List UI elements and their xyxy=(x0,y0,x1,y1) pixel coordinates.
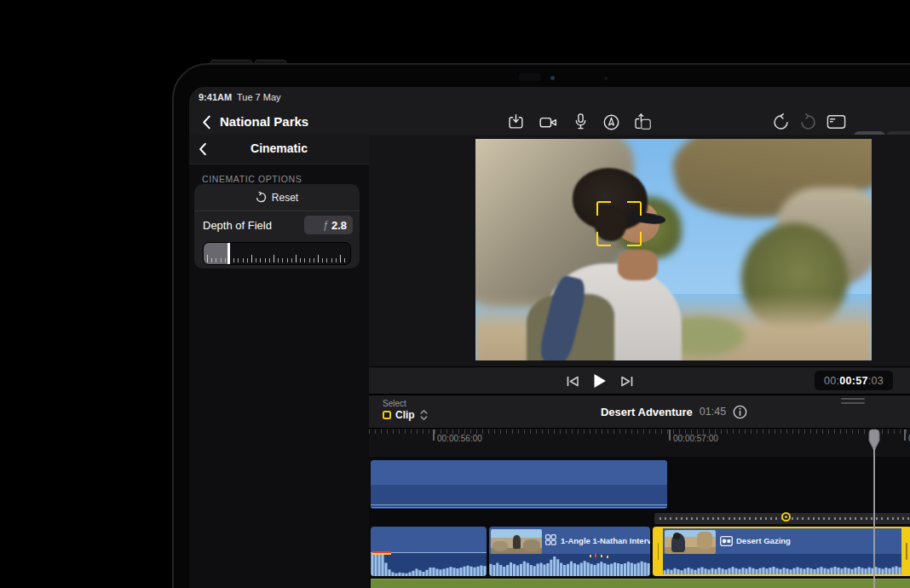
back-button[interactable] xyxy=(199,113,213,130)
project-title: Desert Adventure xyxy=(601,406,693,418)
record-icon xyxy=(539,113,558,131)
ruler-label: 00:00:57:00 xyxy=(673,434,718,443)
inspector-header: Cinematic xyxy=(189,135,369,164)
timecode-main: 00:57 xyxy=(839,375,867,387)
screenshot-stage: { "status": { "time": "9:41AM", "date": … xyxy=(0,0,910,588)
sensor-dot-icon xyxy=(604,77,608,80)
trim-handle-left[interactable] xyxy=(658,543,659,560)
cinematic-options-card: Reset Depth of Field ƒ 2.8 xyxy=(194,184,360,268)
timeline-header: Select Clip Desert Adventure 01:45 xyxy=(369,395,910,428)
peak-indicator-yellow xyxy=(372,553,391,555)
record-button[interactable] xyxy=(539,113,558,131)
project-info: Desert Adventure 01:45 xyxy=(546,395,802,428)
timecode-hours: 00: xyxy=(824,375,839,387)
multicam-grid-icon xyxy=(545,534,556,545)
aperture-value-field[interactable]: ƒ 2.8 xyxy=(304,216,353,234)
share-button[interactable] xyxy=(634,112,652,131)
pencil-tool-button[interactable] xyxy=(602,113,620,131)
previous-frame-icon xyxy=(567,376,579,387)
clip-selector-dropdown[interactable]: Clip xyxy=(383,409,429,421)
info-button[interactable] xyxy=(733,405,747,419)
previous-frame-button[interactable] xyxy=(565,374,580,388)
redo-icon xyxy=(799,113,817,131)
pencil-tool-icon xyxy=(602,113,620,131)
front-camera-icon xyxy=(550,76,555,80)
project-duration: 01:45 xyxy=(700,406,726,418)
aperture-prefix: ƒ xyxy=(323,219,329,231)
keyframe-bar[interactable] xyxy=(654,513,910,524)
timecode-display[interactable]: 00:00:57:03 xyxy=(815,371,893,390)
clip-selector-label: Clip xyxy=(395,409,415,421)
clip-thumbnail xyxy=(491,529,542,554)
viewer-area xyxy=(369,135,910,366)
share-icon xyxy=(634,112,652,131)
multicam-clip[interactable]: 1-Angle 1-Nathan Interview xyxy=(489,527,650,576)
ipad-screen: 9:41AM Tue 7 May National Parks xyxy=(189,87,910,588)
status-date: Tue 7 May xyxy=(237,92,281,102)
timeline-ruler[interactable]: 00:00:56:00 00:00:57:00 0 xyxy=(369,428,910,458)
import-button[interactable] xyxy=(507,113,525,131)
timeline-tracks: 1-Angle 1-Nathan Interview Desert Gazing xyxy=(369,457,910,588)
audio-clip[interactable] xyxy=(371,527,487,576)
playback-bar: 00:00:57:03 xyxy=(369,366,910,395)
face-tracking-brackets xyxy=(596,201,642,246)
undo-button[interactable] xyxy=(772,113,790,131)
selected-clip[interactable]: Desert Gazing xyxy=(653,527,910,576)
redo-button[interactable] xyxy=(799,113,817,131)
aperture-value: 2.8 xyxy=(331,219,347,232)
chevron-left-icon xyxy=(202,115,211,130)
clip-thumbnail xyxy=(665,530,716,554)
reset-icon xyxy=(256,192,267,203)
cinematic-mode-icon xyxy=(720,536,733,546)
status-time: 9:41AM xyxy=(199,92,232,102)
depth-of-field-label: Depth of Field xyxy=(203,219,272,232)
chevron-up-down-icon xyxy=(419,409,429,421)
import-icon xyxy=(507,113,525,131)
clip-label: 1-Angle 1-Nathan Interview xyxy=(561,536,650,545)
select-label: Select xyxy=(383,399,406,408)
timecode-frames: :03 xyxy=(868,375,884,387)
microphone-icon xyxy=(573,112,589,131)
inspector-title: Cinematic xyxy=(189,141,369,155)
front-camera-housing xyxy=(519,73,541,81)
secondary-storyline[interactable] xyxy=(371,579,910,588)
inspector-panel: Cinematic CINEMATIC OPTIONS Reset Depth … xyxy=(189,135,370,588)
person-neck xyxy=(618,250,658,280)
depth-of-field-slider[interactable] xyxy=(203,242,351,265)
undo-icon xyxy=(772,113,790,131)
app-toolbar: National Parks xyxy=(189,108,910,135)
reset-button[interactable]: Reset xyxy=(194,184,360,211)
connected-clip[interactable] xyxy=(371,460,667,509)
slider-handle[interactable] xyxy=(228,243,230,264)
play-button[interactable] xyxy=(592,372,608,389)
next-frame-button[interactable] xyxy=(619,374,635,388)
video-preview xyxy=(475,139,872,360)
ruler-label: 00:00:56:00 xyxy=(437,434,482,443)
timeline-drag-handle[interactable] xyxy=(841,398,865,404)
reset-label: Reset xyxy=(272,192,298,204)
voiceover-button[interactable] xyxy=(573,112,589,131)
status-bar: 9:41AM Tue 7 May xyxy=(189,87,910,108)
browser-panel-button[interactable] xyxy=(826,113,846,130)
browser-panel-icon xyxy=(826,113,846,130)
playhead-line[interactable] xyxy=(873,448,875,588)
project-title-nav: National Parks xyxy=(220,114,308,129)
play-icon xyxy=(593,373,607,389)
keyframe-marker[interactable] xyxy=(781,512,791,522)
section-label: CINEMATIC OPTIONS xyxy=(202,174,302,184)
next-frame-icon xyxy=(621,376,633,387)
clip-label: Desert Gazing xyxy=(736,536,791,545)
trim-handle-right[interactable] xyxy=(906,543,907,560)
clip-color-swatch xyxy=(383,411,391,419)
